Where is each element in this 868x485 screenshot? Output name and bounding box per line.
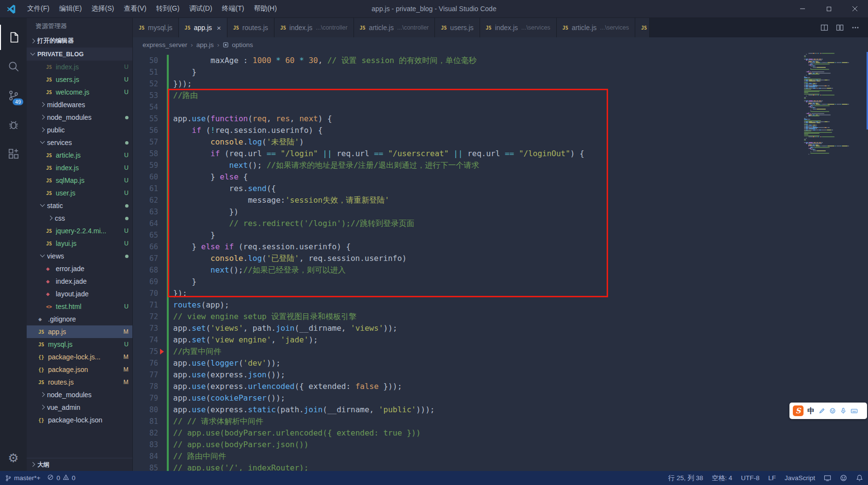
breadcrumb-item-2[interactable]: options — [231, 41, 254, 48]
more-actions-icon[interactable] — [848, 18, 863, 37]
tree-item-jquery-2.2.4.mi...[interactable]: JSjquery-2.2.4.mi...U — [27, 225, 132, 237]
code-line-57[interactable]: 57 console.log('未登陆') — [133, 136, 868, 148]
menu-item-3[interactable]: 查看(V) — [119, 0, 151, 17]
tab-article.js-4[interactable]: JSarticle.js...\controller — [354, 18, 435, 37]
code-line-53[interactable]: 53//路由 — [133, 90, 868, 101]
ime-keyboard-icon[interactable] — [851, 407, 858, 415]
code-line-71[interactable]: 71routes(app); — [133, 299, 868, 311]
tree-item-vue_admin[interactable]: vue_admin — [27, 401, 132, 414]
tree-item-welcome.js[interactable]: JSwelcome.jsU — [27, 86, 132, 98]
tab-index.js-6[interactable]: JSindex.js...\services — [480, 18, 557, 37]
tree-item-node_modules[interactable]: node_modules — [27, 111, 132, 124]
encoding[interactable]: UTF-8 — [741, 474, 759, 482]
code-line-65[interactable]: 65 } — [133, 229, 868, 241]
feedback-smiley-icon[interactable] — [840, 474, 847, 482]
sogou-logo-icon[interactable]: S — [793, 405, 804, 416]
maximize-button[interactable] — [816, 0, 842, 17]
close-tab-icon[interactable]: × — [217, 24, 221, 32]
tree-item-test.html[interactable]: <>test.htmlU — [27, 300, 132, 313]
tree-item-package-lock.js...[interactable]: {}package-lock.js...M — [27, 351, 132, 363]
code-line-80[interactable]: 80app.use(express.static(path.join(__dir… — [133, 404, 868, 416]
code-line-69[interactable]: 69 } — [133, 276, 868, 288]
extensions-icon[interactable] — [0, 141, 27, 166]
code-line-77[interactable]: 77app.use(express.json()); — [133, 369, 868, 381]
code-line-52[interactable]: 52})); — [133, 78, 868, 90]
tree-item-services[interactable]: services — [27, 136, 132, 149]
eol[interactable]: LF — [768, 474, 776, 482]
cursor-position[interactable]: 行 25, 列 38 — [668, 474, 703, 483]
source-control-icon[interactable]: 49 — [0, 83, 27, 108]
tree-item-user.js[interactable]: JSuser.jsU — [27, 187, 132, 199]
menu-item-6[interactable]: 终端(T) — [217, 0, 249, 17]
code-line-61[interactable]: 61 res.send({ — [133, 183, 868, 194]
code-line-56[interactable]: 56 if (!req.session.userinfo) { — [133, 125, 868, 136]
editor-layout-icon[interactable] — [832, 18, 848, 37]
tree-item-middlewares[interactable]: middlewares — [27, 98, 132, 111]
tab-routes.js-2[interactable]: JSroutes.js — [227, 18, 274, 37]
menu-item-4[interactable]: 转到(G) — [151, 0, 184, 17]
tree-item-package.json[interactable]: {}package.jsonM — [27, 363, 132, 376]
code-line-82[interactable]: 82// app.use(bodyParser.urlencoded({ ext… — [133, 427, 868, 439]
code-line-60[interactable]: 60 } else { — [133, 171, 868, 183]
menu-item-7[interactable]: 帮助(H) — [249, 0, 281, 17]
code-line-79[interactable]: 79app.use(cookieParser()); — [133, 392, 868, 404]
tree-item-css[interactable]: css — [27, 212, 132, 225]
project-header[interactable]: PRIVATE_BLOG — [27, 48, 132, 61]
tree-item-index.jade[interactable]: ◆index.jade — [27, 275, 132, 288]
tree-item-.gitignore[interactable]: ◆.gitignore — [27, 313, 132, 325]
tree-item-sqlMap.js[interactable]: JSsqlMap.jsU — [27, 174, 132, 187]
tree-item-node_modules[interactable]: node_modules — [27, 388, 132, 401]
menu-item-2[interactable]: 选择(S) — [87, 0, 119, 17]
tab-partial-8[interactable]: JS — [635, 18, 650, 37]
search-icon[interactable] — [0, 54, 27, 79]
code-line-62[interactable]: 62 message:'session失效，请重新登陆' — [133, 194, 868, 206]
minimap[interactable] — [804, 53, 866, 155]
code-line-51[interactable]: 51 } — [133, 66, 868, 78]
tree-item-public[interactable]: public — [27, 124, 132, 136]
settings-gear-icon[interactable]: ⚙ — [8, 451, 18, 465]
tree-item-index.js[interactable]: JSindex.jsU — [27, 162, 132, 174]
breadcrumb-item-0[interactable]: express_server — [142, 41, 188, 48]
code-line-66[interactable]: 66 } else if (req.session.userinfo) { — [133, 241, 868, 253]
ime-smiley-icon[interactable] — [829, 407, 836, 414]
menu-item-1[interactable]: 编辑(E) — [54, 0, 87, 17]
code-line-54[interactable]: 54 — [133, 101, 868, 113]
code-line-59[interactable]: 59 next(); //如果请求的地址是登录/注册/退出则通过，进行下一个请求 — [133, 160, 868, 171]
tree-item-routes.js[interactable]: JSroutes.jsM — [27, 376, 132, 388]
tree-item-layui.js[interactable]: JSlayui.jsU — [27, 237, 132, 250]
outline-header[interactable]: 大纲 — [27, 458, 132, 471]
tree-item-static[interactable]: static — [27, 199, 132, 212]
code-line-50[interactable]: 50 maxAge : 1000 * 60 * 30, // 设置 sessio… — [133, 55, 868, 66]
code-line-81[interactable]: 81// // 请求体解析中间件 — [133, 416, 868, 427]
indentation[interactable]: 空格: 4 — [712, 474, 732, 483]
code-line-68[interactable]: 68 next();//如果已经登录，则可以进入 — [133, 264, 868, 276]
tree-item-views[interactable]: views — [27, 250, 132, 262]
code-line-58[interactable]: 58 if (req.url == "/login" || req.url ==… — [133, 148, 868, 160]
code-line-83[interactable]: 83// app.use(bodyParser.json()) — [133, 439, 868, 451]
git-branch-indicator[interactable]: master*+ — [5, 474, 40, 482]
tree-item-mysql.js[interactable]: JSmysql.jsU — [27, 338, 132, 351]
tree-item-users.js[interactable]: JSusers.jsU — [27, 73, 132, 86]
code-line-76[interactable]: 76app.use(logger('dev')); — [133, 357, 868, 369]
tree-item-article.js[interactable]: JSarticle.jsU — [27, 149, 132, 162]
close-button[interactable] — [842, 0, 868, 17]
ime-pen-icon[interactable] — [819, 407, 825, 414]
screencast-icon[interactable] — [824, 474, 831, 482]
tree-item-app.js[interactable]: JSapp.jsM — [27, 325, 132, 338]
minimize-button[interactable] — [789, 0, 816, 17]
explorer-icon[interactable] — [0, 25, 27, 50]
code-editor[interactable]: 50 maxAge : 1000 * 60 * 30, // 设置 sessio… — [133, 52, 868, 471]
ime-mode-indicator[interactable]: 中 — [807, 406, 815, 416]
tab-mysql.js-0[interactable]: JSmysql.js — [133, 18, 179, 37]
language-mode[interactable]: JavaScript — [785, 474, 815, 482]
tree-item-package-lock.json[interactable]: {}package-lock.json — [27, 414, 132, 426]
code-line-72[interactable]: 72// view engine setup 设置视图目录和模板引擎 — [133, 311, 868, 323]
code-line-55[interactable]: 55app.use(function(req, res, next) { — [133, 113, 868, 125]
code-line-78[interactable]: 78app.use(express.urlencoded({ extended:… — [133, 381, 868, 392]
problems-indicator[interactable]: 0 0 — [47, 474, 75, 482]
tab-index.js-3[interactable]: JSindex.js...\controller — [274, 18, 354, 37]
code-line-64[interactable]: 64 // res.redirect('/login');//跳转到登录页面 — [133, 218, 868, 229]
notifications-bell-icon[interactable] — [856, 474, 863, 482]
code-line-84[interactable]: 84// 路由中间件 — [133, 451, 868, 462]
open-editors-header[interactable]: 打开的编辑器 — [27, 34, 132, 48]
